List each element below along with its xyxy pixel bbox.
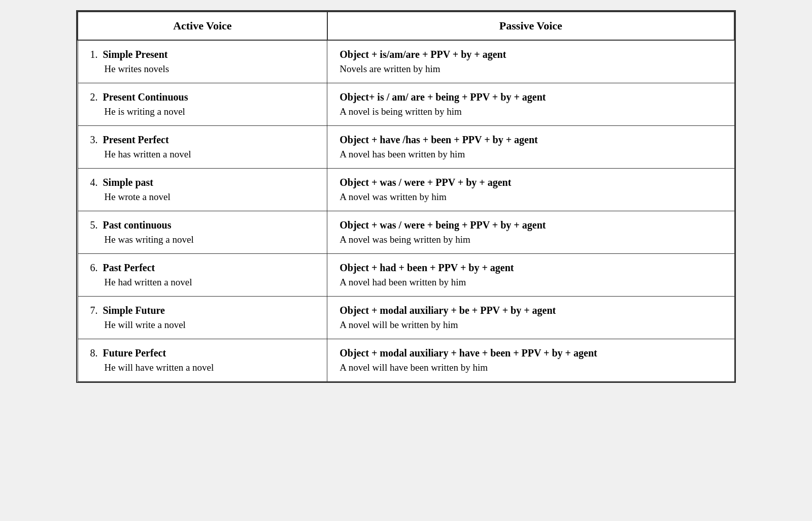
- tense-header-7: 7. Simple Future: [90, 305, 315, 316]
- grammar-table-container: Active Voice Passive Voice 1. Simple Pre…: [76, 10, 736, 383]
- passive-formula-3: Object + have /has + been + PPV + by + a…: [340, 134, 722, 146]
- active-cell-7: 7. Simple Future He will write a novel: [78, 297, 327, 339]
- passive-formula-7: Object + modal auxiliary + be + PPV + by…: [340, 305, 722, 316]
- active-example-8: He will have written a novel: [105, 362, 315, 373]
- passive-cell-6: Object + had + been + PPV + by + agent A…: [327, 254, 734, 297]
- grammar-table: Active Voice Passive Voice 1. Simple Pre…: [77, 11, 735, 382]
- active-cell-6: 6. Past Perfect He had written a novel: [78, 254, 327, 297]
- tense-number-8: 8.: [90, 347, 103, 359]
- active-example-4: He wrote a novel: [105, 191, 315, 203]
- tense-number-1: 1.: [90, 49, 103, 60]
- tense-number-5: 5.: [90, 219, 103, 231]
- active-cell-3: 3. Present Perfect He has written a nove…: [78, 126, 327, 169]
- passive-example-3: A novel has been written by him: [340, 149, 722, 160]
- tense-number-4: 4.: [90, 177, 103, 188]
- tense-header-8: 8. Future Perfect: [90, 347, 315, 359]
- tense-name-5: Past continuous: [103, 219, 172, 231]
- tense-header-1: 1. Simple Present: [90, 49, 315, 60]
- passive-example-6: A novel had been written by him: [340, 277, 722, 288]
- tense-number-7: 7.: [90, 305, 103, 316]
- passive-cell-4: Object + was / were + PPV + by + agent A…: [327, 169, 734, 211]
- tense-header-4: 4. Simple past: [90, 177, 315, 188]
- passive-cell-8: Object + modal auxiliary + have + been +…: [327, 339, 734, 382]
- passive-formula-2: Object+ is / am/ are + being + PPV + by …: [340, 91, 722, 103]
- tense-name-8: Future Perfect: [103, 347, 166, 359]
- active-cell-1: 1. Simple Present He writes novels: [78, 40, 327, 83]
- passive-formula-8: Object + modal auxiliary + have + been +…: [340, 347, 722, 359]
- passive-example-7: A novel will be written by him: [340, 319, 722, 331]
- passive-formula-5: Object + was / were + being + PPV + by +…: [340, 219, 722, 231]
- active-cell-5: 5. Past continuous He was writing a nove…: [78, 211, 327, 254]
- tense-number-6: 6.: [90, 262, 103, 273]
- active-cell-8: 8. Future Perfect He will have written a…: [78, 339, 327, 382]
- tense-number-2: 2.: [90, 91, 103, 103]
- active-cell-4: 4. Simple past He wrote a novel: [78, 169, 327, 211]
- passive-formula-4: Object + was / were + PPV + by + agent: [340, 177, 722, 188]
- active-example-2: He is writing a novel: [105, 106, 315, 117]
- passive-cell-3: Object + have /has + been + PPV + by + a…: [327, 126, 734, 169]
- passive-example-1: Novels are written by him: [340, 63, 722, 75]
- tense-name-3: Present Perfect: [103, 134, 169, 145]
- tense-header-2: 2. Present Continuous: [90, 91, 315, 103]
- tense-name-7: Simple Future: [103, 305, 165, 316]
- active-example-3: He has written a novel: [105, 149, 315, 160]
- tense-header-6: 6. Past Perfect: [90, 262, 315, 274]
- active-voice-header: Active Voice: [78, 12, 327, 40]
- active-example-5: He was writing a novel: [105, 234, 315, 245]
- passive-cell-1: Object + is/am/are + PPV + by + agent No…: [327, 40, 734, 83]
- passive-example-4: A novel was written by him: [340, 191, 722, 203]
- passive-example-2: A novel is being written by him: [340, 106, 722, 117]
- tense-number-3: 3.: [90, 134, 103, 145]
- passive-voice-header: Passive Voice: [327, 12, 734, 40]
- passive-example-5: A novel was being written by him: [340, 234, 722, 245]
- passive-cell-5: Object + was / were + being + PPV + by +…: [327, 211, 734, 254]
- passive-cell-2: Object+ is / am/ are + being + PPV + by …: [327, 83, 734, 126]
- passive-formula-1: Object + is/am/are + PPV + by + agent: [340, 49, 722, 60]
- active-example-1: He writes novels: [105, 63, 315, 75]
- active-example-7: He will write a novel: [105, 319, 315, 331]
- tense-name-4: Simple past: [103, 177, 153, 188]
- tense-header-3: 3. Present Perfect: [90, 134, 315, 146]
- tense-name-6: Past Perfect: [103, 262, 155, 273]
- active-example-6: He had written a novel: [105, 277, 315, 288]
- passive-formula-6: Object + had + been + PPV + by + agent: [340, 262, 722, 274]
- passive-cell-7: Object + modal auxiliary + be + PPV + by…: [327, 297, 734, 339]
- tense-name-2: Present Continuous: [103, 91, 188, 103]
- active-cell-2: 2. Present Continuous He is writing a no…: [78, 83, 327, 126]
- passive-example-8: A novel will have been written by him: [340, 362, 722, 373]
- tense-header-5: 5. Past continuous: [90, 219, 315, 231]
- tense-name-1: Simple Present: [103, 49, 168, 60]
